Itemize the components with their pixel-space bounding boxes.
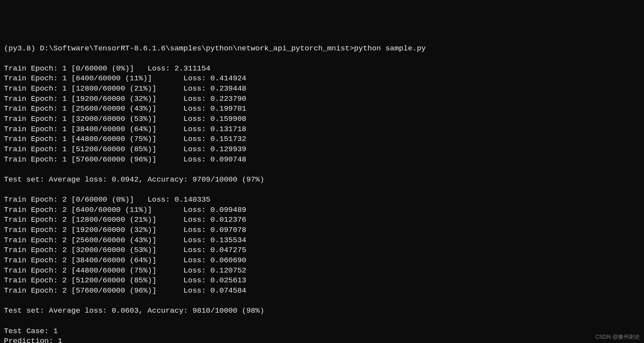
output-line: Train Epoch: 1 [0/60000 (0%)] Loss: 2.31… (4, 64, 640, 74)
output-line: Train Epoch: 2 [19200/60000 (32%)] Loss:… (4, 225, 640, 235)
output-line: Test Case: 1 (4, 326, 640, 337)
output-line: Train Epoch: 1 [38400/60000 (64%)] Loss:… (4, 124, 640, 135)
output-line: Train Epoch: 1 [6400/60000 (11%)] Loss: … (4, 74, 640, 84)
watermark: CSDN @豫州刺史 (595, 333, 640, 341)
output-line: Train Epoch: 1 [44800/60000 (75%)] Loss:… (4, 134, 640, 145)
output-line: Train Epoch: 2 [25600/60000 (43%)] Loss:… (4, 235, 640, 246)
output-line: Prediction: 1 (4, 336, 640, 343)
blank-line (4, 185, 640, 195)
terminal-output: Train Epoch: 1 [0/60000 (0%)] Loss: 2.31… (4, 64, 640, 343)
output-line: Train Epoch: 2 [44800/60000 (75%)] Loss:… (4, 266, 640, 276)
output-line: Test set: Average loss: 0.0603, Accuracy… (4, 306, 640, 316)
output-line: Train Epoch: 2 [6400/60000 (11%)] Loss: … (4, 205, 640, 215)
blank-line (4, 165, 640, 175)
output-line: Test set: Average loss: 0.0942, Accuracy… (4, 175, 640, 185)
blank-line (4, 316, 640, 326)
output-line: Train Epoch: 1 [57600/60000 (96%)] Loss:… (4, 155, 640, 165)
output-line: Train Epoch: 1 [19200/60000 (32%)] Loss:… (4, 94, 640, 104)
output-line: Train Epoch: 2 [32000/60000 (53%)] Loss:… (4, 245, 640, 256)
output-line: Train Epoch: 1 [12800/60000 (21%)] Loss:… (4, 84, 640, 94)
output-line: Train Epoch: 2 [57600/60000 (96%)] Loss:… (4, 286, 640, 296)
output-line: Train Epoch: 1 [25600/60000 (43%)] Loss:… (4, 104, 640, 114)
output-line: Train Epoch: 2 [0/60000 (0%)] Loss: 0.14… (4, 195, 640, 205)
output-line: Train Epoch: 2 [38400/60000 (64%)] Loss:… (4, 256, 640, 266)
blank-line (4, 296, 640, 306)
output-line: Train Epoch: 1 [32000/60000 (53%)] Loss:… (4, 114, 640, 124)
output-line: Train Epoch: 1 [51200/60000 (85%)] Loss:… (4, 145, 640, 155)
output-line: Train Epoch: 2 [51200/60000 (85%)] Loss:… (4, 276, 640, 286)
command-prompt[interactable]: (py3.8) D:\Software\TensorRT-8.6.1.6\sam… (4, 44, 640, 54)
output-line: Train Epoch: 2 [12800/60000 (21%)] Loss:… (4, 215, 640, 225)
